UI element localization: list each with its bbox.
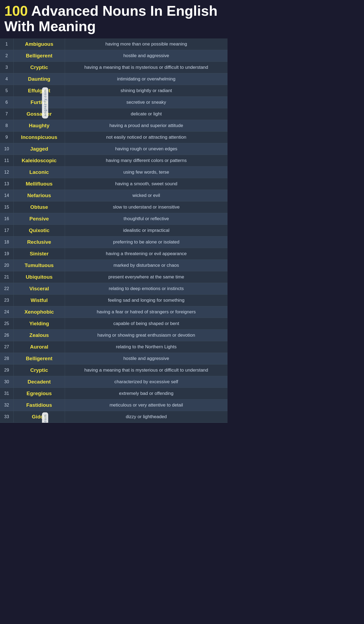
- row-meaning: preferring to be alone or isolated: [65, 236, 227, 248]
- row-number: 24: [0, 306, 14, 318]
- row-meaning: having rough or uneven edges: [65, 143, 227, 155]
- row-meaning: extremely bad or offending: [65, 388, 227, 399]
- row-meaning: intimidating or overwhelming: [65, 73, 227, 85]
- table-row: 19Sinisterhaving a threatening or evil a…: [0, 248, 227, 260]
- row-meaning: delicate or light: [65, 108, 227, 120]
- row-meaning: hostile and aggressive: [65, 50, 227, 61]
- table-row: 26Zealoushaving or showing great enthusi…: [0, 330, 227, 341]
- row-meaning: thoughtful or reflective: [65, 213, 227, 225]
- table-row: 22Visceralrelating to deep emotions or i…: [0, 283, 227, 295]
- row-word: Visceral: [14, 283, 65, 294]
- table-row: 28Belligerenthostile and aggressive: [0, 353, 227, 365]
- row-number: 11: [0, 155, 14, 166]
- page-title: 100 Advanced Nouns In English With Meani…: [4, 3, 223, 34]
- table-row: 5Effulgentshining brightly or radiant: [0, 85, 227, 97]
- row-word: Cryptic: [14, 365, 65, 376]
- row-word: Sinister: [14, 248, 65, 259]
- row-meaning: using few words, terse: [65, 167, 227, 178]
- row-word: Ambiguous: [14, 38, 65, 50]
- row-meaning: having a meaning that is mysterious or d…: [65, 62, 227, 73]
- row-number: 29: [0, 365, 14, 376]
- row-meaning: meticulous or very attentive to detail: [65, 399, 227, 411]
- table-row: 32Fastidiousmeticulous or very attentive…: [0, 399, 227, 411]
- row-number: 19: [0, 248, 14, 259]
- row-number: 2: [0, 50, 14, 61]
- row-word: Decadent: [14, 376, 65, 388]
- row-meaning: secretive or sneaky: [65, 97, 227, 108]
- table-row: 3Cryptichaving a meaning that is mysteri…: [0, 62, 227, 73]
- row-word: Tumultuous: [14, 260, 65, 271]
- row-word: Laconic: [14, 167, 65, 178]
- row-word: Auroral: [14, 341, 65, 353]
- row-number: 17: [0, 225, 14, 236]
- table-row: 14Nefariouswicked or evil: [0, 190, 227, 202]
- row-word: Kaleidoscopic: [14, 155, 65, 166]
- row-word: Reclusive: [14, 236, 65, 248]
- row-word: Daunting: [14, 73, 65, 85]
- row-meaning: hostile and aggressive: [65, 353, 227, 364]
- row-number: 12: [0, 167, 14, 178]
- row-word: Cryptic: [14, 62, 65, 73]
- watermark: angrezify.com: [42, 412, 48, 423]
- watermark: angrezify.com: [42, 87, 48, 118]
- row-word: Jagged: [14, 143, 65, 155]
- table-row: 9Inconspicuousnot easily noticed or attr…: [0, 132, 227, 143]
- row-number: 20: [0, 260, 14, 271]
- row-meaning: having more than one possible meaning: [65, 38, 227, 50]
- table-row: 30Decadentcharacterized by excessive sel…: [0, 376, 227, 388]
- row-number: 31: [0, 388, 14, 399]
- row-meaning: having a smooth, sweet sound: [65, 178, 227, 190]
- row-number: 10: [0, 143, 14, 155]
- row-number: 15: [0, 202, 14, 213]
- page-container: 100 Advanced Nouns In English With Meani…: [0, 0, 227, 423]
- table-row: 18Reclusivepreferring to be alone or iso…: [0, 236, 227, 248]
- table-row: 2Belligerenthostile and aggressive: [0, 50, 227, 62]
- row-meaning: having a meaning that is mysterious or d…: [65, 365, 227, 376]
- row-word: Nefarious: [14, 190, 65, 201]
- row-meaning: capable of being shaped or bent: [65, 318, 227, 329]
- row-number: 18: [0, 236, 14, 248]
- table-row: 15Obtuseslow to understand or insensitiv…: [0, 202, 227, 213]
- table-row: 17Quixoticidealistic or impractical: [0, 225, 227, 236]
- row-number: 32: [0, 399, 14, 411]
- row-meaning: not easily noticed or attracting attenti…: [65, 132, 227, 143]
- row-number: 8: [0, 120, 14, 131]
- row-word: Obtuse: [14, 202, 65, 213]
- row-number: 16: [0, 213, 14, 225]
- table-row: 11Kaleidoscopichaving many different col…: [0, 155, 227, 167]
- row-word: Egregious: [14, 388, 65, 399]
- row-word: Effulgent: [14, 85, 65, 96]
- table-row: 25Yieldingcapable of being shaped or ben…: [0, 318, 227, 330]
- row-word: Haughty: [14, 120, 65, 131]
- row-meaning: present everywhere at the same time: [65, 271, 227, 283]
- table-row: 24Xenophobichaving a fear or hatred of s…: [0, 306, 227, 318]
- row-word: Wistful: [14, 295, 65, 306]
- row-meaning: relating to the Northern Lights: [65, 341, 227, 353]
- row-number: 14: [0, 190, 14, 201]
- table-row: 6Furtivesecretive or sneaky: [0, 97, 227, 108]
- table-row: 23Wistfulfeeling sad and longing for som…: [0, 295, 227, 306]
- title-number: 100: [4, 3, 28, 19]
- row-number: 6: [0, 97, 14, 108]
- table-row: 12Laconicusing few words, terse: [0, 167, 227, 178]
- row-meaning: marked by disturbance or chaos: [65, 260, 227, 271]
- row-number: 25: [0, 318, 14, 329]
- table-row: 7Gossamerdelicate or light: [0, 108, 227, 120]
- table-row: 31Egregiousextremely bad or offending: [0, 388, 227, 399]
- row-number: 26: [0, 330, 14, 341]
- row-word: Giddy: [14, 411, 65, 422]
- row-number: 5: [0, 85, 14, 96]
- row-word: Gossamer: [14, 108, 65, 120]
- row-word: Inconspicuous: [14, 132, 65, 143]
- row-meaning: slow to understand or insensitive: [65, 202, 227, 213]
- row-word: Zealous: [14, 330, 65, 341]
- row-meaning: having many different colors or patterns: [65, 155, 227, 166]
- row-meaning: having a fear or hatred of strangers or …: [65, 306, 227, 318]
- row-number: 7: [0, 108, 14, 120]
- row-number: 13: [0, 178, 14, 190]
- row-number: 22: [0, 283, 14, 294]
- row-number: 3: [0, 62, 14, 73]
- table-row: 33Giddydizzy or lightheaded: [0, 411, 227, 423]
- words-table: 1Ambiguoushaving more than one possible …: [0, 38, 227, 423]
- row-word: Ubiquitous: [14, 271, 65, 283]
